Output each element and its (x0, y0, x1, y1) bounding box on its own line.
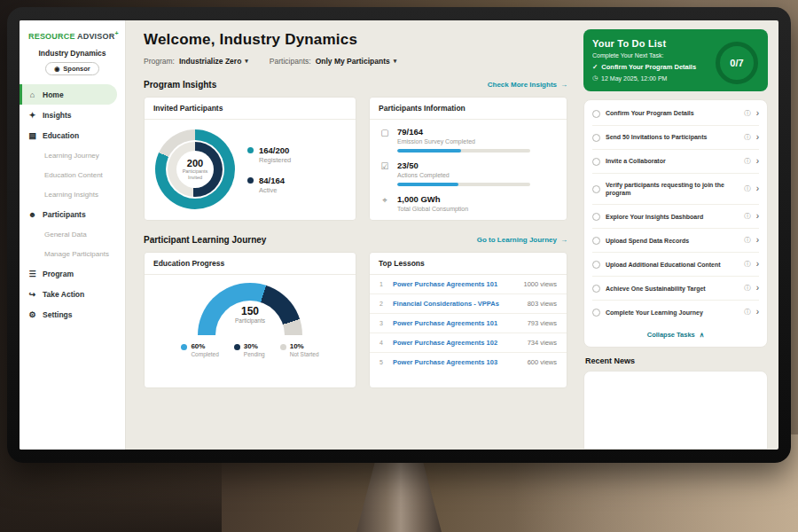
todo-title: Your To Do List (592, 38, 724, 49)
stat-value: 23/50 (397, 160, 530, 170)
task-row[interactable]: Upload Additional Educational Content ⓘ … (592, 253, 759, 277)
info-icon[interactable]: ⓘ (744, 157, 751, 166)
chevron-right-icon[interactable]: › (756, 308, 759, 317)
chevron-right-icon[interactable]: › (756, 184, 759, 193)
task-row[interactable]: Complete Your Learning Journey ⓘ › (592, 301, 759, 324)
sidebar-item-settings[interactable]: ⚙ Settings (20, 304, 125, 325)
stat-value: 1,000 GWh (397, 194, 468, 204)
legend-dot-teal (247, 147, 254, 153)
sidebar-item-label: Education Content (44, 171, 103, 179)
sidebar-item-program[interactable]: ☰ Program (20, 263, 125, 284)
sidebar-item-general-data[interactable]: General Data (20, 224, 125, 244)
participants-select[interactable]: Only My Participants ▾ (316, 57, 397, 66)
chevron-right-icon[interactable]: › (756, 109, 759, 118)
sidebar-item-label: Participants (43, 210, 86, 219)
task-row[interactable]: Upload Spend Data Records ⓘ › (592, 229, 759, 253)
lesson-title-link[interactable]: Power Purchase Agreements 101 (393, 319, 520, 327)
sidebar-item-manage-participants[interactable]: Manage Participants (20, 244, 125, 263)
main-content: Welcome, Industry Dynamics Program: Indu… (126, 20, 578, 450)
todo-due: ◷ 12 May 2025, 12:00 PM (592, 74, 724, 82)
check-more-insights-link[interactable]: Check More Insights → (488, 81, 567, 89)
legend-dot-gray (280, 344, 286, 350)
sidebar-item-learning-insights[interactable]: Learning Insights (20, 184, 125, 204)
chevron-right-icon[interactable]: › (756, 236, 759, 245)
legend-item-pending: 30% Pending (234, 342, 265, 357)
stat-label: Actions Completed (397, 172, 530, 178)
legend-value: 60% (191, 342, 205, 350)
lesson-title-link[interactable]: Financial Considerations - VPPAs (393, 300, 520, 308)
legend-dot-navy (234, 344, 240, 350)
task-row[interactable]: Achieve One Sustainability Target ⓘ › (592, 277, 759, 301)
lesson-row: 2 Financial Considerations - VPPAs 803 v… (370, 294, 567, 314)
lesson-views: 793 views (528, 319, 557, 327)
task-checkbox[interactable] (592, 213, 600, 221)
task-row[interactable]: Invite a Collaborator ⓘ › (592, 150, 759, 174)
lesson-rank: 4 (379, 340, 386, 346)
chevron-right-icon[interactable]: › (756, 157, 759, 166)
info-icon[interactable]: ⓘ (744, 236, 751, 245)
info-icon[interactable]: ⓘ (744, 308, 751, 317)
donut-ring-gap: 200 Participants Invited (166, 140, 224, 199)
chevron-right-icon[interactable]: › (756, 284, 759, 293)
go-to-learning-journey-link[interactable]: Go to Learning Journey → (477, 236, 567, 244)
legend-value: 30% (244, 342, 258, 350)
info-icon[interactable]: ⓘ (744, 212, 751, 221)
program-select[interactable]: Industrialize Zero ▾ (179, 57, 248, 66)
stat-global-consumption: ⌖ 1,000 GWh Total Global Consumption (379, 194, 557, 212)
task-checkbox[interactable] (592, 134, 600, 142)
info-icon[interactable]: ⓘ (744, 184, 751, 193)
chevron-right-icon[interactable]: › (756, 133, 759, 142)
sidebar-item-participants[interactable]: ☻ Participants (20, 204, 125, 224)
legend-item-completed: 60% Completed (181, 342, 218, 357)
task-row[interactable]: Send 50 Invitations to Participants ⓘ › (592, 126, 759, 150)
info-icon[interactable]: ⓘ (744, 284, 751, 293)
lesson-title-link[interactable]: Power Purchase Agreements 102 (393, 339, 520, 347)
task-row[interactable]: Confirm Your Program Details ⓘ › (592, 102, 759, 126)
lesson-title-link[interactable]: Power Purchase Agreements 103 (393, 358, 520, 366)
task-checkbox[interactable] (592, 237, 600, 245)
info-icon[interactable]: ⓘ (744, 109, 751, 118)
task-checkbox[interactable] (592, 185, 600, 193)
program-insights-header: Program Insights Check More Insights → (144, 80, 567, 90)
due-label: 12 May 2025, 12:00 PM (601, 75, 667, 82)
sponsor-badge[interactable]: ◉ Sponsor (45, 62, 99, 75)
sidebar-item-take-action[interactable]: ↪ Take Action (20, 284, 125, 304)
info-icon[interactable]: ⓘ (744, 133, 751, 142)
consumption-icon: ⌖ (379, 195, 390, 206)
task-checkbox[interactable] (592, 261, 600, 269)
chevron-right-icon[interactable]: › (756, 212, 759, 221)
chevron-right-icon[interactable]: › (756, 260, 759, 269)
insights-cards: Invited Participants 200 Participants In… (144, 97, 567, 221)
sidebar-item-education-content[interactable]: Education Content (20, 165, 125, 184)
task-row[interactable]: Explore Your Insights Dashboard ⓘ › (592, 205, 759, 229)
sidebar-item-insights[interactable]: ✦ Insights (20, 105, 125, 125)
arrow-right-icon: → (560, 236, 567, 244)
next-task-label: Confirm Your Program Details (601, 63, 696, 71)
task-checkbox[interactable] (592, 309, 600, 317)
org-name: Industry Dynamics (20, 49, 125, 58)
link-label: Go to Learning Journey (477, 236, 557, 244)
lesson-views: 803 views (528, 300, 557, 308)
task-checkbox[interactable] (592, 110, 600, 118)
stat-label: Total Global Consumption (397, 206, 468, 212)
gear-icon: ⚙ (27, 310, 37, 319)
task-checkbox[interactable] (592, 158, 600, 166)
todo-progress-value: 0/7 (730, 58, 743, 68)
collapse-tasks-button[interactable]: Collapse Tasks ∧ (592, 324, 759, 345)
task-checkbox[interactable] (592, 285, 600, 293)
task-label: Explore Your Insights Dashboard (606, 213, 739, 221)
card-title: Participants Information (370, 98, 567, 120)
sidebar-item-home[interactable]: ⌂ Home (20, 84, 117, 105)
legend-dot-navy (247, 177, 254, 184)
sidebar-item-label: Take Action (43, 290, 84, 299)
task-row[interactable]: Verify participants requesting to join t… (592, 174, 759, 205)
info-icon[interactable]: ⓘ (744, 260, 751, 269)
lesson-title-link[interactable]: Power Purchase Agreements 101 (393, 280, 516, 288)
lesson-views: 734 views (528, 339, 557, 347)
link-label: Check More Insights (488, 81, 557, 89)
sidebar-item-learning-journey[interactable]: Learning Journey (20, 145, 125, 165)
task-label: Send 50 Invitations to Participants (606, 133, 739, 141)
clock-icon: ◷ (592, 74, 598, 82)
sidebar-item-education[interactable]: ▤ Education (20, 125, 125, 145)
registered-label: Registered (259, 156, 291, 164)
